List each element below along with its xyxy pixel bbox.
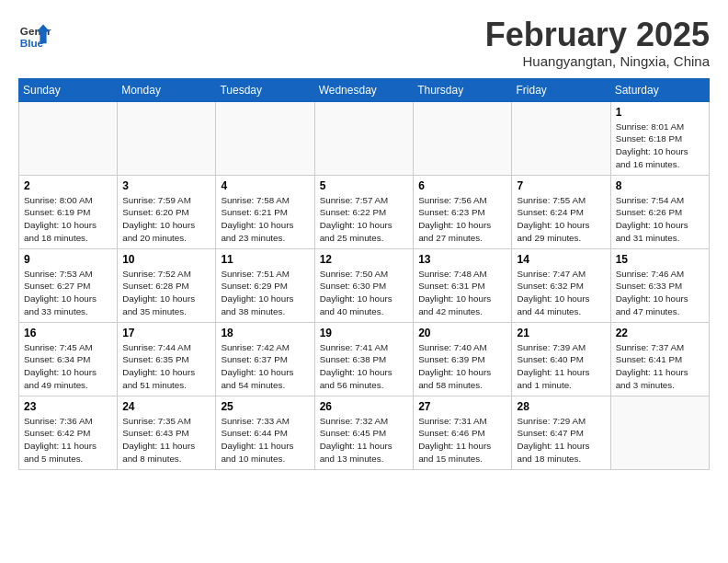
calendar-cell [414,101,512,175]
header: General Blue February 2025 Huangyangtan,… [18,17,710,69]
location: Huangyangtan, Ningxia, China [485,53,710,69]
day-info: Sunrise: 7:46 AMSunset: 6:33 PMDaylight:… [616,268,704,318]
calendar-cell: 14Sunrise: 7:47 AMSunset: 6:32 PMDayligh… [512,248,610,322]
day-info: Sunrise: 7:45 AMSunset: 6:34 PMDaylight:… [24,341,112,392]
day-info: Sunrise: 8:01 AMSunset: 6:18 PMDaylight:… [616,121,704,171]
calendar-cell: 15Sunrise: 7:46 AMSunset: 6:33 PMDayligh… [610,248,709,322]
day-number: 8 [616,179,704,192]
calendar-cell: 12Sunrise: 7:50 AMSunset: 6:30 PMDayligh… [314,248,414,322]
day-number: 20 [418,327,506,339]
day-number: 1 [616,106,704,119]
day-info: Sunrise: 7:31 AMSunset: 6:46 PMDaylight:… [418,415,506,465]
calendar-cell: 18Sunrise: 7:42 AMSunset: 6:37 PMDayligh… [216,322,314,396]
calendar-cell: 13Sunrise: 7:48 AMSunset: 6:31 PMDayligh… [414,248,512,322]
day-info: Sunrise: 7:35 AMSunset: 6:43 PMDaylight:… [122,415,210,465]
calendar-cell [216,101,314,175]
calendar-table: SundayMondayTuesdayWednesdayThursdayFrid… [18,78,710,470]
calendar-cell: 11Sunrise: 7:51 AMSunset: 6:29 PMDayligh… [216,248,314,322]
day-number: 7 [517,179,605,192]
calendar-cell: 4Sunrise: 7:58 AMSunset: 6:21 PMDaylight… [216,175,314,248]
day-number: 3 [122,179,210,192]
calendar-week-row: 2Sunrise: 8:00 AMSunset: 6:19 PMDaylight… [19,175,710,248]
title-block: February 2025 Huangyangtan, Ningxia, Chi… [485,17,710,69]
calendar-weekday-monday: Monday [118,78,216,101]
day-number: 15 [616,253,704,266]
calendar-cell: 10Sunrise: 7:52 AMSunset: 6:28 PMDayligh… [118,248,216,322]
day-info: Sunrise: 7:37 AMSunset: 6:41 PMDaylight:… [616,341,704,392]
calendar-cell: 27Sunrise: 7:31 AMSunset: 6:46 PMDayligh… [414,396,512,469]
day-number: 11 [221,253,309,266]
day-number: 10 [122,253,210,266]
day-number: 14 [517,253,605,266]
day-number: 5 [320,179,409,192]
day-number: 2 [24,179,112,192]
day-number: 16 [24,327,112,339]
calendar-cell: 28Sunrise: 7:29 AMSunset: 6:47 PMDayligh… [512,396,610,469]
day-info: Sunrise: 7:55 AMSunset: 6:24 PMDaylight:… [517,194,605,245]
calendar-cell [118,101,216,175]
day-info: Sunrise: 7:54 AMSunset: 6:26 PMDaylight:… [616,194,704,245]
calendar-week-row: 9Sunrise: 7:53 AMSunset: 6:27 PMDaylight… [19,248,710,322]
day-info: Sunrise: 7:50 AMSunset: 6:30 PMDaylight:… [320,268,409,318]
day-number: 27 [418,400,506,413]
logo-icon: General Blue [18,20,51,53]
day-info: Sunrise: 7:44 AMSunset: 6:35 PMDaylight:… [122,341,210,392]
day-info: Sunrise: 7:59 AMSunset: 6:20 PMDaylight:… [122,194,210,245]
calendar-cell: 16Sunrise: 7:45 AMSunset: 6:34 PMDayligh… [19,322,118,396]
calendar-cell: 6Sunrise: 7:56 AMSunset: 6:23 PMDaylight… [414,175,512,248]
day-number: 13 [418,253,506,266]
calendar-cell: 5Sunrise: 7:57 AMSunset: 6:22 PMDaylight… [314,175,414,248]
day-number: 6 [418,179,506,192]
calendar-weekday-thursday: Thursday [414,78,512,101]
day-info: Sunrise: 7:56 AMSunset: 6:23 PMDaylight:… [418,194,506,245]
day-info: Sunrise: 7:29 AMSunset: 6:47 PMDaylight:… [517,415,605,465]
day-info: Sunrise: 8:00 AMSunset: 6:19 PMDaylight:… [24,194,112,245]
day-info: Sunrise: 7:51 AMSunset: 6:29 PMDaylight:… [221,268,309,318]
calendar-cell: 25Sunrise: 7:33 AMSunset: 6:44 PMDayligh… [216,396,314,469]
day-info: Sunrise: 7:42 AMSunset: 6:37 PMDaylight:… [221,341,309,392]
calendar-cell: 21Sunrise: 7:39 AMSunset: 6:40 PMDayligh… [512,322,610,396]
calendar-week-row: 1Sunrise: 8:01 AMSunset: 6:18 PMDaylight… [19,101,710,175]
calendar-weekday-wednesday: Wednesday [314,78,414,101]
calendar-cell: 7Sunrise: 7:55 AMSunset: 6:24 PMDaylight… [512,175,610,248]
calendar-cell: 22Sunrise: 7:37 AMSunset: 6:41 PMDayligh… [610,322,709,396]
day-number: 17 [122,327,210,339]
day-number: 21 [517,327,605,339]
day-number: 9 [24,253,112,266]
calendar-cell: 26Sunrise: 7:32 AMSunset: 6:45 PMDayligh… [314,396,414,469]
calendar-header-row: SundayMondayTuesdayWednesdayThursdayFrid… [19,78,710,101]
calendar-cell: 19Sunrise: 7:41 AMSunset: 6:38 PMDayligh… [314,322,414,396]
day-number: 23 [24,400,112,413]
day-info: Sunrise: 7:57 AMSunset: 6:22 PMDaylight:… [320,194,409,245]
day-number: 24 [122,400,210,413]
day-info: Sunrise: 7:36 AMSunset: 6:42 PMDaylight:… [24,415,112,465]
calendar-cell: 9Sunrise: 7:53 AMSunset: 6:27 PMDaylight… [19,248,118,322]
day-number: 28 [517,400,605,413]
calendar-cell: 2Sunrise: 8:00 AMSunset: 6:19 PMDaylight… [19,175,118,248]
calendar-cell [512,101,610,175]
calendar-cell: 1Sunrise: 8:01 AMSunset: 6:18 PMDaylight… [610,101,709,175]
day-info: Sunrise: 7:41 AMSunset: 6:38 PMDaylight:… [320,341,409,392]
calendar-weekday-saturday: Saturday [610,78,709,101]
day-info: Sunrise: 7:53 AMSunset: 6:27 PMDaylight:… [24,268,112,318]
calendar-cell: 23Sunrise: 7:36 AMSunset: 6:42 PMDayligh… [19,396,118,469]
calendar-cell [314,101,414,175]
calendar-week-row: 23Sunrise: 7:36 AMSunset: 6:42 PMDayligh… [19,396,710,469]
calendar-week-row: 16Sunrise: 7:45 AMSunset: 6:34 PMDayligh… [19,322,710,396]
day-info: Sunrise: 7:40 AMSunset: 6:39 PMDaylight:… [418,341,506,392]
day-number: 22 [616,327,704,339]
calendar-cell [19,101,118,175]
calendar-cell [610,396,709,469]
calendar-cell: 3Sunrise: 7:59 AMSunset: 6:20 PMDaylight… [118,175,216,248]
calendar-cell: 24Sunrise: 7:35 AMSunset: 6:43 PMDayligh… [118,396,216,469]
day-info: Sunrise: 7:47 AMSunset: 6:32 PMDaylight:… [517,268,605,318]
day-number: 26 [320,400,409,413]
day-info: Sunrise: 7:58 AMSunset: 6:21 PMDaylight:… [221,194,309,245]
day-number: 4 [221,179,309,192]
day-number: 18 [221,327,309,339]
day-number: 25 [221,400,309,413]
calendar-cell: 17Sunrise: 7:44 AMSunset: 6:35 PMDayligh… [118,322,216,396]
day-info: Sunrise: 7:48 AMSunset: 6:31 PMDaylight:… [418,268,506,318]
calendar-cell: 20Sunrise: 7:40 AMSunset: 6:39 PMDayligh… [414,322,512,396]
day-number: 19 [320,327,409,339]
